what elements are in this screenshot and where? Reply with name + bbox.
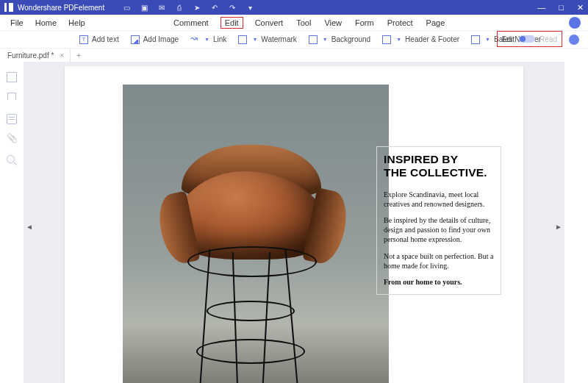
close-button[interactable]: ✕ — [577, 3, 584, 12]
watermark-icon — [238, 35, 247, 44]
next-page-icon[interactable]: ► — [555, 223, 562, 231]
chevron-down-icon: ▼ — [204, 37, 209, 42]
paragraph: Not a space built on perfection. But a h… — [384, 251, 494, 271]
open-icon[interactable]: ▭ — [122, 3, 131, 12]
heading: INSPIRED BY THE COLLECTIVE. — [384, 153, 494, 179]
bates-icon — [471, 35, 480, 44]
app-title: Wondershare PDFelement — [18, 4, 104, 12]
thumbnails-icon[interactable] — [7, 72, 17, 82]
tool-add-image[interactable]: Add Image — [131, 35, 179, 44]
attachment-icon[interactable] — [7, 135, 17, 145]
maximize-button[interactable]: □ — [559, 3, 564, 12]
tab-form[interactable]: Form — [355, 18, 374, 27]
tab-tool[interactable]: Tool — [296, 18, 311, 27]
quick-access-toolbar: ▭ ▣ ✉ ⎙ ➤ ↶ ↷ ▾ — [122, 3, 254, 12]
menu-file[interactable]: File — [10, 18, 24, 27]
search-icon[interactable] — [7, 155, 17, 165]
menubar: File Home Help Comment Edit Convert Tool… — [0, 15, 588, 31]
sidebar-right — [564, 62, 588, 383]
tool-header-footer[interactable]: ▼Header & Footer — [382, 35, 459, 44]
mode-read-label: Read — [539, 35, 557, 43]
share-icon[interactable]: ➤ — [193, 3, 201, 12]
menu-home[interactable]: Home — [35, 18, 57, 27]
tool-background[interactable]: ▼Background — [309, 35, 370, 44]
settings-icon[interactable] — [569, 35, 579, 45]
tool-watermark[interactable]: ▼Watermark — [238, 35, 296, 44]
chevron-down-icon: ▼ — [323, 37, 328, 42]
link-icon — [190, 35, 199, 44]
mail-icon[interactable]: ✉ — [157, 3, 166, 12]
paragraph: Explore Scandinavia, meet local creative… — [384, 190, 494, 209]
image-icon[interactable]: ▣ — [140, 3, 148, 12]
prev-page-icon[interactable]: ◄ — [26, 223, 33, 231]
text-block[interactable]: INSPIRED BY THE COLLECTIVE. Explore Scan… — [376, 146, 501, 295]
paragraph-bold: From our home to yours. — [384, 277, 494, 287]
tab-page[interactable]: Page — [426, 18, 445, 27]
header-footer-icon — [382, 35, 391, 44]
app-logo-icon — [4, 3, 13, 12]
redo-icon[interactable]: ↷ — [228, 3, 237, 12]
image-icon — [131, 35, 140, 44]
tool-add-text[interactable]: Add text — [79, 35, 119, 44]
page-area[interactable]: ◄ ► INSPIRED BY THE COLLECTIVE. — [24, 62, 564, 383]
print-icon[interactable]: ⎙ — [175, 3, 184, 12]
tab-comment[interactable]: Comment — [173, 18, 209, 27]
chair-photo[interactable] — [123, 85, 389, 383]
document-tabstrip: Furniture.pdf * × + — [0, 49, 588, 62]
ribbon-edit: Add text Add Image ▼Link ▼Watermark ▼Bac… — [0, 31, 588, 49]
menu-help[interactable]: Help — [68, 18, 85, 27]
text-icon — [79, 35, 88, 44]
minimize-button[interactable]: — — [537, 3, 545, 12]
chevron-down-icon: ▼ — [396, 37, 401, 42]
add-tab-button[interactable]: + — [71, 51, 87, 60]
document-tab[interactable]: Furniture.pdf * × — [0, 49, 71, 62]
chevron-down-icon: ▼ — [485, 37, 490, 42]
background-icon — [309, 35, 318, 44]
close-tab-icon[interactable]: × — [60, 51, 64, 60]
undo-icon[interactable]: ↶ — [210, 3, 219, 12]
chair-illustration — [146, 118, 352, 383]
tab-view[interactable]: View — [324, 18, 342, 27]
mode-edit-label: Edit — [502, 35, 514, 43]
qat-more-icon[interactable]: ▾ — [245, 3, 254, 12]
edit-mode-toggle[interactable]: Edit Read — [498, 32, 562, 46]
chevron-down-icon: ▼ — [252, 37, 257, 42]
tab-protect[interactable]: Protect — [387, 18, 413, 27]
titlebar: Wondershare PDFelement ▭ ▣ ✉ ⎙ ➤ ↶ ↷ ▾ —… — [0, 0, 588, 15]
comments-icon[interactable] — [7, 114, 17, 124]
toggle-switch-icon[interactable] — [519, 35, 535, 43]
pdf-page[interactable]: INSPIRED BY THE COLLECTIVE. Explore Scan… — [65, 66, 523, 383]
tab-convert[interactable]: Convert — [255, 18, 284, 27]
tool-link[interactable]: ▼Link — [190, 35, 226, 44]
sidebar-left — [0, 62, 24, 383]
workspace: ◄ ► INSPIRED BY THE COLLECTIVE. — [0, 62, 588, 383]
user-avatar-icon[interactable] — [569, 17, 581, 29]
paragraph: Be inspired by the details of culture, d… — [384, 215, 494, 245]
tab-edit[interactable]: Edit — [222, 18, 242, 27]
bookmark-icon[interactable] — [7, 93, 16, 104]
document-tab-label: Furniture.pdf * — [7, 51, 54, 60]
